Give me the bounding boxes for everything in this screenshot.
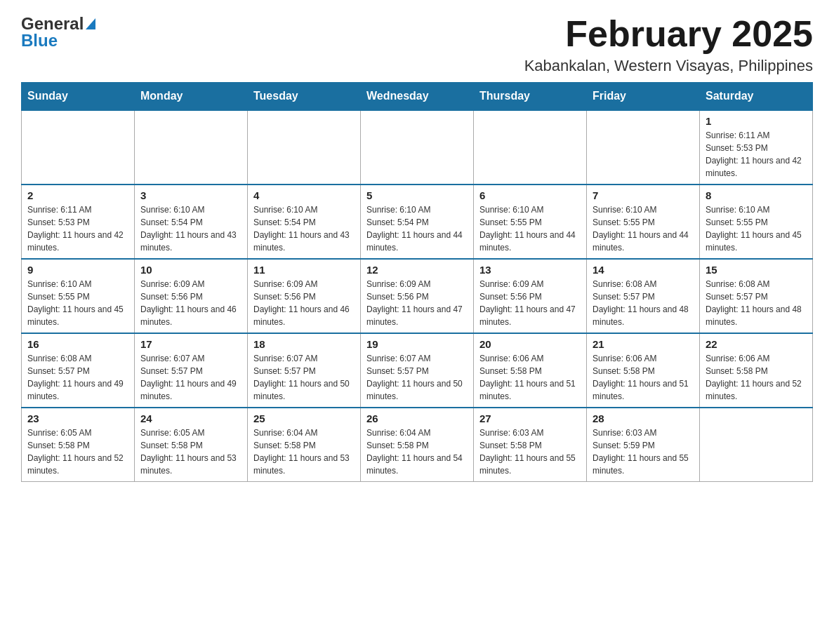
day-number: 25 bbox=[253, 412, 355, 424]
logo-blue-text: Blue bbox=[21, 31, 58, 51]
calendar-day-cell: 13Sunrise: 6:09 AMSunset: 5:56 PMDayligh… bbox=[474, 259, 587, 333]
calendar-day-cell: 20Sunrise: 6:06 AMSunset: 5:58 PMDayligh… bbox=[474, 333, 587, 408]
calendar-header-sunday: Sunday bbox=[22, 83, 135, 111]
title-block: February 2025 Kabankalan, Western Visaya… bbox=[524, 14, 813, 75]
day-number: 22 bbox=[706, 338, 807, 350]
day-detail: Sunrise: 6:09 AMSunset: 5:56 PMDaylight:… bbox=[479, 278, 581, 328]
calendar-day-cell: 21Sunrise: 6:06 AMSunset: 5:58 PMDayligh… bbox=[587, 333, 700, 408]
day-detail: Sunrise: 6:08 AMSunset: 5:57 PMDaylight:… bbox=[706, 278, 807, 328]
calendar-day-cell: 25Sunrise: 6:04 AMSunset: 5:58 PMDayligh… bbox=[248, 408, 361, 482]
day-detail: Sunrise: 6:07 AMSunset: 5:57 PMDaylight:… bbox=[253, 352, 355, 403]
calendar-week-row: 9Sunrise: 6:10 AMSunset: 5:55 PMDaylight… bbox=[22, 259, 813, 333]
day-number: 8 bbox=[706, 189, 807, 201]
calendar-day-cell: 14Sunrise: 6:08 AMSunset: 5:57 PMDayligh… bbox=[587, 259, 700, 333]
day-detail: Sunrise: 6:11 AMSunset: 5:53 PMDaylight:… bbox=[706, 129, 807, 180]
day-detail: Sunrise: 6:03 AMSunset: 5:59 PMDaylight:… bbox=[593, 427, 694, 477]
calendar-day-cell bbox=[361, 110, 474, 185]
day-number: 18 bbox=[253, 338, 355, 350]
calendar-day-cell: 22Sunrise: 6:06 AMSunset: 5:58 PMDayligh… bbox=[700, 333, 813, 408]
calendar-day-cell: 16Sunrise: 6:08 AMSunset: 5:57 PMDayligh… bbox=[22, 333, 135, 408]
calendar-day-cell: 17Sunrise: 6:07 AMSunset: 5:57 PMDayligh… bbox=[135, 333, 248, 408]
calendar-day-cell: 1Sunrise: 6:11 AMSunset: 5:53 PMDaylight… bbox=[700, 110, 813, 185]
day-number: 17 bbox=[140, 338, 241, 350]
day-detail: Sunrise: 6:06 AMSunset: 5:58 PMDaylight:… bbox=[706, 352, 807, 403]
calendar-day-cell: 18Sunrise: 6:07 AMSunset: 5:57 PMDayligh… bbox=[248, 333, 361, 408]
calendar-week-row: 23Sunrise: 6:05 AMSunset: 5:58 PMDayligh… bbox=[22, 408, 813, 482]
calendar-day-cell bbox=[248, 110, 361, 185]
calendar-header-monday: Monday bbox=[135, 83, 248, 111]
calendar-day-cell: 23Sunrise: 6:05 AMSunset: 5:58 PMDayligh… bbox=[22, 408, 135, 482]
calendar-day-cell: 11Sunrise: 6:09 AMSunset: 5:56 PMDayligh… bbox=[248, 259, 361, 333]
day-number: 7 bbox=[593, 189, 694, 201]
calendar-day-cell: 15Sunrise: 6:08 AMSunset: 5:57 PMDayligh… bbox=[700, 259, 813, 333]
calendar-day-cell bbox=[700, 408, 813, 482]
day-number: 26 bbox=[366, 412, 468, 424]
day-number: 14 bbox=[593, 264, 694, 276]
day-detail: Sunrise: 6:10 AMSunset: 5:55 PMDaylight:… bbox=[479, 203, 581, 254]
calendar-week-row: 16Sunrise: 6:08 AMSunset: 5:57 PMDayligh… bbox=[22, 333, 813, 408]
day-number: 12 bbox=[366, 264, 468, 276]
day-detail: Sunrise: 6:10 AMSunset: 5:54 PMDaylight:… bbox=[366, 203, 468, 254]
month-title: February 2025 bbox=[524, 14, 813, 54]
day-number: 11 bbox=[253, 264, 355, 276]
day-detail: Sunrise: 6:10 AMSunset: 5:55 PMDaylight:… bbox=[706, 203, 807, 254]
day-number: 9 bbox=[27, 264, 128, 276]
calendar-table: SundayMondayTuesdayWednesdayThursdayFrid… bbox=[21, 82, 813, 482]
day-detail: Sunrise: 6:10 AMSunset: 5:54 PMDaylight:… bbox=[253, 203, 355, 254]
calendar-header-friday: Friday bbox=[587, 83, 700, 111]
day-number: 10 bbox=[140, 264, 241, 276]
day-number: 19 bbox=[366, 338, 468, 350]
day-detail: Sunrise: 6:07 AMSunset: 5:57 PMDaylight:… bbox=[366, 352, 468, 403]
day-number: 27 bbox=[479, 412, 581, 424]
calendar-day-cell bbox=[587, 110, 700, 185]
day-detail: Sunrise: 6:09 AMSunset: 5:56 PMDaylight:… bbox=[366, 278, 468, 328]
calendar-day-cell: 8Sunrise: 6:10 AMSunset: 5:55 PMDaylight… bbox=[700, 185, 813, 259]
calendar-day-cell: 3Sunrise: 6:10 AMSunset: 5:54 PMDaylight… bbox=[135, 185, 248, 259]
calendar-header-row: SundayMondayTuesdayWednesdayThursdayFrid… bbox=[22, 83, 813, 111]
day-detail: Sunrise: 6:10 AMSunset: 5:54 PMDaylight:… bbox=[140, 203, 241, 254]
day-number: 1 bbox=[706, 115, 807, 127]
calendar-day-cell: 6Sunrise: 6:10 AMSunset: 5:55 PMDaylight… bbox=[474, 185, 587, 259]
logo: General Blue bbox=[21, 14, 95, 51]
location-subtitle: Kabankalan, Western Visayas, Philippines bbox=[524, 57, 813, 75]
calendar-day-cell: 24Sunrise: 6:05 AMSunset: 5:58 PMDayligh… bbox=[135, 408, 248, 482]
day-number: 6 bbox=[479, 189, 581, 201]
calendar-day-cell: 19Sunrise: 6:07 AMSunset: 5:57 PMDayligh… bbox=[361, 333, 474, 408]
calendar-header-tuesday: Tuesday bbox=[248, 83, 361, 111]
day-number: 24 bbox=[140, 412, 241, 424]
calendar-week-row: 1Sunrise: 6:11 AMSunset: 5:53 PMDaylight… bbox=[22, 110, 813, 185]
day-detail: Sunrise: 6:11 AMSunset: 5:53 PMDaylight:… bbox=[27, 203, 128, 254]
calendar-day-cell bbox=[135, 110, 248, 185]
day-detail: Sunrise: 6:06 AMSunset: 5:58 PMDaylight:… bbox=[593, 352, 694, 403]
day-detail: Sunrise: 6:09 AMSunset: 5:56 PMDaylight:… bbox=[140, 278, 241, 328]
day-number: 3 bbox=[140, 189, 241, 201]
logo-triangle-icon bbox=[86, 18, 95, 32]
day-number: 28 bbox=[593, 412, 694, 424]
day-detail: Sunrise: 6:08 AMSunset: 5:57 PMDaylight:… bbox=[593, 278, 694, 328]
day-detail: Sunrise: 6:10 AMSunset: 5:55 PMDaylight:… bbox=[593, 203, 694, 254]
calendar-header-saturday: Saturday bbox=[700, 83, 813, 111]
day-number: 4 bbox=[253, 189, 355, 201]
calendar-day-cell: 7Sunrise: 6:10 AMSunset: 5:55 PMDaylight… bbox=[587, 185, 700, 259]
day-detail: Sunrise: 6:10 AMSunset: 5:55 PMDaylight:… bbox=[27, 278, 128, 328]
day-detail: Sunrise: 6:04 AMSunset: 5:58 PMDaylight:… bbox=[366, 427, 468, 477]
day-number: 21 bbox=[593, 338, 694, 350]
calendar-day-cell: 9Sunrise: 6:10 AMSunset: 5:55 PMDaylight… bbox=[22, 259, 135, 333]
day-detail: Sunrise: 6:03 AMSunset: 5:58 PMDaylight:… bbox=[479, 427, 581, 477]
day-detail: Sunrise: 6:05 AMSunset: 5:58 PMDaylight:… bbox=[27, 427, 128, 477]
day-number: 16 bbox=[27, 338, 128, 350]
day-detail: Sunrise: 6:08 AMSunset: 5:57 PMDaylight:… bbox=[27, 352, 128, 403]
calendar-week-row: 2Sunrise: 6:11 AMSunset: 5:53 PMDaylight… bbox=[22, 185, 813, 259]
calendar-day-cell bbox=[22, 110, 135, 185]
calendar-day-cell: 27Sunrise: 6:03 AMSunset: 5:58 PMDayligh… bbox=[474, 408, 587, 482]
calendar-day-cell: 10Sunrise: 6:09 AMSunset: 5:56 PMDayligh… bbox=[135, 259, 248, 333]
day-number: 5 bbox=[366, 189, 468, 201]
calendar-day-cell: 2Sunrise: 6:11 AMSunset: 5:53 PMDaylight… bbox=[22, 185, 135, 259]
day-detail: Sunrise: 6:06 AMSunset: 5:58 PMDaylight:… bbox=[479, 352, 581, 403]
calendar-day-cell: 4Sunrise: 6:10 AMSunset: 5:54 PMDaylight… bbox=[248, 185, 361, 259]
day-number: 23 bbox=[27, 412, 128, 424]
day-detail: Sunrise: 6:04 AMSunset: 5:58 PMDaylight:… bbox=[253, 427, 355, 477]
page-header: General Blue February 2025 Kabankalan, W… bbox=[21, 14, 813, 75]
day-detail: Sunrise: 6:07 AMSunset: 5:57 PMDaylight:… bbox=[140, 352, 241, 403]
calendar-day-cell: 12Sunrise: 6:09 AMSunset: 5:56 PMDayligh… bbox=[361, 259, 474, 333]
